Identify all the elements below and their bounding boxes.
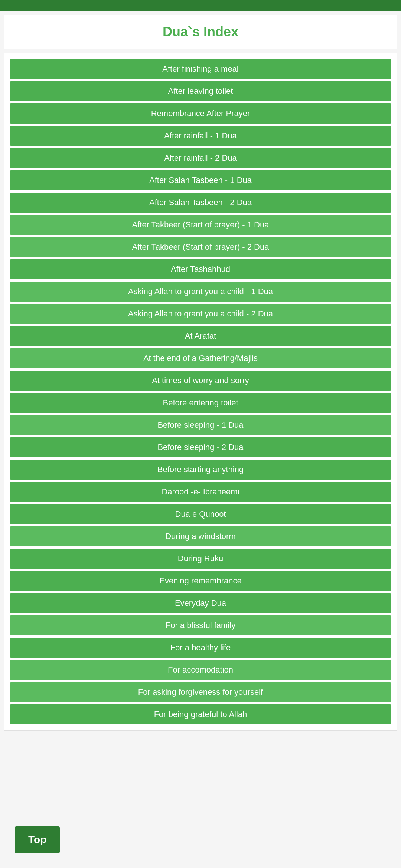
top-bar: [0, 0, 401, 11]
list-item[interactable]: During a windstorm: [10, 526, 391, 546]
list-item[interactable]: Before starting anything: [10, 460, 391, 480]
list-item[interactable]: Darood -e- Ibraheemi: [10, 482, 391, 502]
list-item[interactable]: Evening remembrance: [10, 571, 391, 591]
content-area: After finishing a mealAfter leaving toil…: [4, 53, 397, 731]
list-item[interactable]: Asking Allah to grant you a child - 1 Du…: [10, 282, 391, 302]
list-item[interactable]: At times of worry and sorry: [10, 371, 391, 391]
dua-list: After finishing a mealAfter leaving toil…: [10, 59, 391, 724]
list-item[interactable]: Remembrance After Prayer: [10, 103, 391, 124]
list-item[interactable]: After Tashahhud: [10, 259, 391, 279]
list-item[interactable]: At Arafat: [10, 326, 391, 346]
list-item[interactable]: Before sleeping - 1 Dua: [10, 415, 391, 435]
list-item[interactable]: For a blissful family: [10, 615, 391, 635]
page-title: Dua`s Index: [10, 24, 391, 40]
list-item[interactable]: For accomodation: [10, 660, 391, 680]
list-item[interactable]: At the end of a Gathering/Majlis: [10, 348, 391, 368]
list-item[interactable]: Everyday Dua: [10, 593, 391, 613]
list-item[interactable]: For being grateful to Allah: [10, 704, 391, 724]
list-item[interactable]: During Ruku: [10, 549, 391, 569]
list-item[interactable]: After rainfall - 1 Dua: [10, 126, 391, 146]
list-item[interactable]: For a healthy life: [10, 638, 391, 658]
list-item[interactable]: After Salah Tasbeeh - 1 Dua: [10, 170, 391, 190]
list-item[interactable]: After rainfall - 2 Dua: [10, 148, 391, 168]
list-item[interactable]: After Salah Tasbeeh - 2 Dua: [10, 193, 391, 213]
list-item[interactable]: After Takbeer (Start of prayer) - 2 Dua: [10, 237, 391, 257]
list-item[interactable]: After finishing a meal: [10, 59, 391, 79]
header: Dua`s Index: [4, 15, 397, 49]
list-item[interactable]: Before entering toilet: [10, 393, 391, 413]
list-item[interactable]: After Takbeer (Start of prayer) - 1 Dua: [10, 215, 391, 235]
list-item[interactable]: Asking Allah to grant you a child - 2 Du…: [10, 304, 391, 324]
list-item[interactable]: For asking forgiveness for yourself: [10, 682, 391, 702]
list-item[interactable]: Before sleeping - 2 Dua: [10, 437, 391, 457]
list-item[interactable]: After leaving toilet: [10, 81, 391, 101]
list-item[interactable]: Dua e Qunoot: [10, 504, 391, 524]
